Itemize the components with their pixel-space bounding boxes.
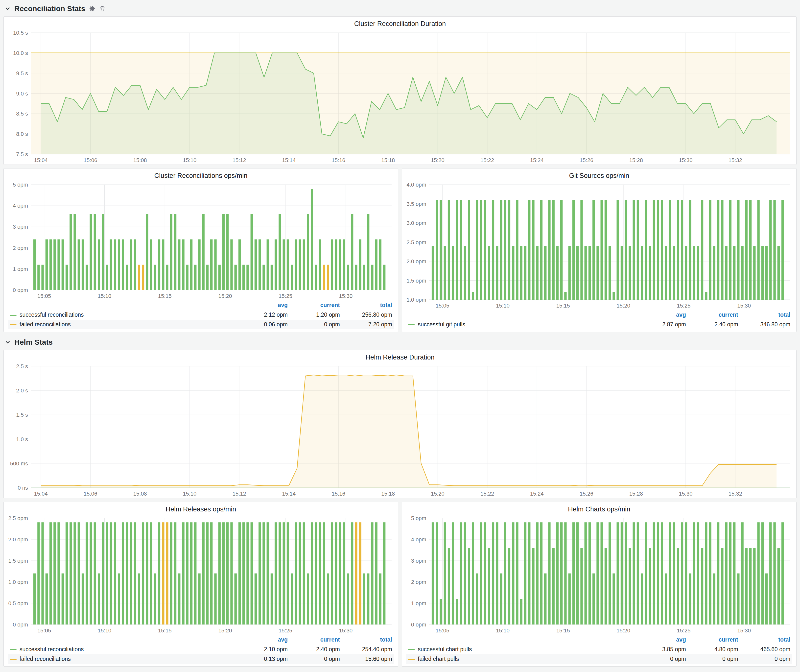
legend-header-spacer: [8, 635, 237, 645]
svg-text:15:04: 15:04: [34, 491, 48, 497]
svg-text:15:22: 15:22: [480, 157, 494, 163]
svg-text:15:25: 15:25: [677, 627, 690, 634]
svg-text:15:16: 15:16: [332, 157, 345, 163]
chart-svg: 2.5 s2.0 s1.5 s1.0 s500 ms0 ns15:0415:06…: [6, 363, 794, 498]
cluster-reconciliations-chart[interactable]: 5 opm4 opm3 opm2 opm1 opm0 opm15:0515:10…: [6, 181, 395, 300]
svg-text:15:20: 15:20: [617, 627, 630, 634]
svg-text:3 opm: 3 opm: [411, 558, 426, 564]
svg-text:1 opm: 1 opm: [411, 600, 426, 606]
legend-table: avgcurrenttotalsuccessful chart pulls3.8…: [406, 635, 792, 664]
legend-sort-total[interactable]: total: [740, 310, 792, 320]
legend-series-label[interactable]: failed reconciliations: [8, 320, 237, 329]
legend-table: avgcurrenttotalsuccessful reconciliation…: [8, 300, 394, 329]
svg-text:15:20: 15:20: [431, 491, 445, 497]
section-header-helm-stats[interactable]: Helm Stats: [3, 336, 797, 350]
legend-row: failed chart pulls0 opm0 opm0 opm: [406, 654, 792, 664]
panel-title[interactable]: Helm Charts ops/min: [402, 502, 796, 514]
svg-text:0 opm: 0 opm: [13, 287, 28, 293]
section-header-reconciliation-stats[interactable]: Reconciliation Stats: [3, 2, 797, 16]
legend-sort-total[interactable]: total: [740, 635, 792, 645]
legend-current-value: 1.20 opm: [290, 310, 342, 320]
trash-icon[interactable]: [99, 5, 106, 12]
cluster-reconciliation-duration-chart[interactable]: 10.5 s10.0 s9.5 s9.0 s8.5 s8.0 s7.5 s15:…: [6, 29, 794, 165]
row-helm-panels: Helm Releases ops/min 2.5 opm2.0 opm1.5 …: [3, 502, 797, 667]
svg-text:0 opm: 0 opm: [13, 622, 28, 628]
chevron-down-icon[interactable]: [5, 5, 11, 12]
helm-releases-chart[interactable]: 2.5 opm2.0 opm1.5 opm1.0 opm0.5 opm0 opm…: [6, 515, 395, 635]
svg-text:15:28: 15:28: [629, 157, 643, 163]
svg-text:15:06: 15:06: [83, 491, 97, 497]
svg-text:15:30: 15:30: [679, 157, 693, 163]
panel-helm-release-duration: Helm Release Duration 2.5 s2.0 s1.5 s1.0…: [3, 350, 797, 498]
legend-sort-current[interactable]: current: [688, 310, 740, 320]
svg-text:15:10: 15:10: [183, 491, 197, 497]
svg-text:0 opm: 0 opm: [411, 622, 426, 628]
legend-total-value: 15.60 opm: [342, 654, 394, 664]
legend-avg-value: 0.13 opm: [237, 654, 290, 664]
svg-text:15:10: 15:10: [183, 157, 197, 163]
svg-text:3 opm: 3 opm: [13, 224, 28, 230]
legend-sort-avg[interactable]: avg: [237, 300, 290, 310]
legend-header-spacer: [406, 310, 636, 320]
svg-text:1.5 opm: 1.5 opm: [8, 558, 28, 564]
legend-series-label[interactable]: successful git pulls: [406, 320, 636, 329]
svg-text:15:26: 15:26: [579, 157, 593, 163]
panel-cluster-reconciliation-duration: Cluster Reconciliation Duration 10.5 s10…: [3, 16, 797, 165]
svg-text:4.0 opm: 4.0 opm: [407, 182, 426, 188]
git-sources-chart[interactable]: 4.0 opm3.5 opm3.0 opm2.5 opm2.0 opm1.5 o…: [405, 181, 794, 310]
legend-avg-value: 2.87 opm: [636, 320, 688, 329]
helm-charts-chart[interactable]: 5 opm4 opm3 opm2 opm1 opm0 opm15:0515:10…: [405, 515, 794, 635]
panel-title[interactable]: Cluster Reconciliation Duration: [4, 17, 796, 28]
legend-sort-total[interactable]: total: [342, 300, 394, 310]
svg-text:15:05: 15:05: [436, 302, 449, 309]
panel-title[interactable]: Cluster Reconciliations ops/min: [4, 168, 398, 180]
legend-sort-total[interactable]: total: [342, 635, 394, 645]
svg-text:15:08: 15:08: [133, 491, 147, 497]
legend-current-value: 0 opm: [688, 654, 740, 664]
svg-text:15:10: 15:10: [98, 293, 111, 299]
helm-release-duration-chart[interactable]: 2.5 s2.0 s1.5 s1.0 s500 ms0 ns15:0415:06…: [6, 363, 794, 498]
panel-helm-charts-opm: Helm Charts ops/min 5 opm4 opm3 opm2 opm…: [402, 502, 797, 667]
svg-text:2.5 s: 2.5 s: [16, 363, 28, 370]
legend-series-label[interactable]: failed chart pulls: [406, 654, 636, 664]
svg-text:500 ms: 500 ms: [10, 461, 28, 467]
legend-avg-value: 0 opm: [636, 654, 688, 664]
legend-header-spacer: [406, 635, 636, 645]
legend-series-label[interactable]: successful reconciliations: [8, 310, 237, 320]
panel-title[interactable]: Helm Releases ops/min: [4, 502, 398, 514]
panel-title[interactable]: Git Sources ops/min: [402, 168, 796, 180]
chart-svg: 5 opm4 opm3 opm2 opm1 opm0 opm15:0515:10…: [6, 181, 395, 300]
svg-text:0 ns: 0 ns: [18, 485, 28, 491]
svg-text:15:32: 15:32: [728, 157, 742, 163]
svg-text:15:30: 15:30: [737, 302, 751, 309]
chevron-down-icon[interactable]: [5, 339, 11, 346]
svg-text:15:10: 15:10: [98, 627, 111, 634]
svg-text:3.0 opm: 3.0 opm: [407, 220, 426, 226]
gear-icon[interactable]: [89, 5, 96, 12]
svg-text:15:16: 15:16: [332, 491, 345, 497]
legend-sort-current[interactable]: current: [290, 300, 342, 310]
svg-text:15:30: 15:30: [339, 627, 352, 634]
svg-text:7.5 s: 7.5 s: [16, 151, 28, 157]
legend-current-value: 0 opm: [290, 654, 342, 664]
legend-series-label[interactable]: failed reconciliations: [8, 654, 237, 664]
legend-total-value: 0 opm: [740, 654, 792, 664]
legend-sort-avg[interactable]: avg: [636, 635, 688, 645]
legend-series-label[interactable]: successful reconciliations: [8, 645, 237, 654]
svg-text:1 opm: 1 opm: [13, 266, 28, 272]
svg-text:5 opm: 5 opm: [411, 515, 426, 521]
legend-sort-avg[interactable]: avg: [237, 635, 290, 645]
legend-series-label[interactable]: successful chart pulls: [406, 645, 636, 654]
legend-sort-current[interactable]: current: [688, 635, 740, 645]
legend-header-spacer: [8, 300, 237, 310]
legend-sort-avg[interactable]: avg: [636, 310, 688, 320]
svg-text:15:05: 15:05: [37, 627, 51, 634]
svg-text:15:30: 15:30: [339, 293, 352, 299]
svg-text:9.0 s: 9.0 s: [16, 91, 28, 97]
legend-sort-current[interactable]: current: [290, 635, 342, 645]
panel-title[interactable]: Helm Release Duration: [4, 350, 796, 362]
svg-text:15:15: 15:15: [158, 293, 172, 299]
chart-svg: 2.5 opm2.0 opm1.5 opm1.0 opm0.5 opm0 opm…: [6, 515, 395, 635]
svg-text:15:05: 15:05: [436, 627, 449, 634]
svg-text:15:25: 15:25: [278, 293, 292, 299]
